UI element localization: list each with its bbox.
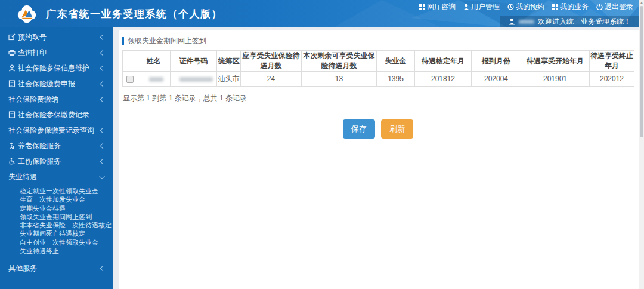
save-button[interactable]: 保存 (343, 119, 375, 139)
submenu-item-self-employment[interactable]: 自主创业一次性领取失业金 (20, 238, 113, 247)
main-panel: 领取失业金期间网上签到 姓名 证件号码 统筹区 应享受失业保险待遇月数 本次剩余… (119, 30, 639, 289)
end-month-cell: 202012 (590, 72, 634, 87)
action-buttons: 保存 刷新 (122, 119, 634, 139)
unemployment-submenu: 稳定就业一次性领取失业金 生育一次性加发失业金 定期失业金待遇 领取失业金期间网… (0, 185, 113, 257)
col-benefit-amount: 失业金 (377, 51, 415, 72)
sidebar-item-label: 预约取号 (18, 32, 47, 42)
sidebar-item-label: 查询打印 (18, 48, 47, 58)
sidebar-item-payment-records-query[interactable]: 社会保险参保缴费记录查询 (0, 122, 113, 138)
id-number-cell (171, 72, 217, 87)
nav-my-appointments[interactable]: 我的预约 (507, 2, 544, 12)
nav-label: 用户管理 (471, 2, 500, 12)
app-title: 广东省统一业务受理系统（个人版） (46, 7, 222, 21)
sidebar-item-injury-service[interactable]: 工伤保险服务 (0, 153, 113, 169)
power-icon (596, 4, 603, 10)
checkbox-cell (123, 72, 137, 87)
col-end-month: 待遇享受终止年月 (590, 51, 634, 72)
col-id-number: 证件号码 (171, 51, 217, 72)
sidebar-item-label: 其他服务 (8, 263, 37, 273)
sidebar-item-appointment-number[interactable]: 预约取号 (0, 29, 113, 45)
chevron-left-icon (100, 65, 106, 71)
submenu-item-stable-employment[interactable]: 稳定就业一次性领取失业金 (20, 187, 113, 195)
section-divider (119, 147, 639, 147)
record-icon (8, 111, 16, 118)
redacted-username (519, 20, 534, 24)
name-cell (137, 72, 171, 87)
chevron-left-icon (100, 34, 106, 40)
sidebar-item-other-services[interactable]: 其他服务 (0, 260, 113, 276)
submenu-item-online-checkin[interactable]: 领取失业金期间网上签到 (20, 213, 113, 221)
table-row[interactable]: 汕头市 24 13 1395 201812 202004 201901 2020… (123, 72, 634, 87)
col-start-month: 待遇享受开始年月 (521, 51, 590, 72)
col-checkbox (123, 51, 137, 72)
redacted-name (149, 77, 163, 82)
nav-user-management[interactable]: 用户管理 (463, 2, 500, 12)
sidebar-item-pension-service[interactable]: 养老保险服务 (0, 138, 113, 153)
refresh-button[interactable]: 刷新 (381, 119, 413, 139)
sidebar-item-insurance-info-maintain[interactable]: 社会保险参保信息维护 (0, 60, 113, 76)
submenu-item-regular-benefit[interactable]: 定期失业金待遇 (20, 204, 113, 213)
col-approval-month: 待遇核定年月 (415, 51, 472, 72)
col-remaining-months: 本次剩余可享受失业保险待遇月数 (302, 51, 377, 72)
sidebar-item-label: 社会保险参保信息维护 (18, 63, 89, 73)
sidebar-item-label: 养老保险服务 (18, 141, 61, 151)
person-icon (8, 64, 16, 72)
user-icon (463, 4, 469, 10)
sidebar-item-label: 社会保险缴费申报 (18, 79, 75, 89)
nav-label: 我的预约 (516, 2, 544, 12)
checkin-table: 姓名 证件号码 统筹区 应享受失业保险待遇月数 本次剩余可享受失业保险待遇月数 … (122, 50, 634, 87)
report-icon (8, 80, 16, 87)
approval-month-cell: 201812 (415, 72, 472, 87)
submenu-item-maternity-extra[interactable]: 生育一次性加发失业金 (20, 195, 113, 204)
sidebar-item-payment-declare[interactable]: 社会保险缴费申报 (0, 76, 113, 91)
chevron-left-icon (100, 81, 106, 87)
col-entitled-months: 应享受失业保险待遇月数 (241, 51, 302, 72)
edit-icon (8, 33, 16, 41)
pagination-summary: 显示第 1 到第 1 条记录，总共 1 条记录 (123, 93, 639, 103)
scrollbar-thumb[interactable] (640, 6, 643, 137)
sidebar: 预约取号 查询打印 社会保险参保信息维护 社会保险缴费申报 社会保险费缴纳 社会… (0, 27, 113, 289)
nav-logout[interactable]: 退出登录 (596, 2, 633, 12)
chevron-left-icon (100, 158, 106, 164)
welcome-text: 欢迎进入统一业务受理系统！ (538, 17, 631, 27)
report-month-cell: 202004 (472, 72, 521, 87)
col-name: 姓名 (137, 51, 171, 72)
printer-icon (8, 49, 16, 56)
sidebar-item-unemployment-benefits[interactable]: 失业待遇 (0, 169, 113, 185)
sidebar-item-payment-records[interactable]: 社会保险参保缴费记录 (0, 107, 113, 122)
nav-label: 网厅咨询 (427, 2, 456, 12)
sidebar-item-fee-payment[interactable]: 社会保险费缴纳 (0, 91, 113, 107)
sidebar-item-label: 社会保险参保缴费记录 (18, 110, 89, 120)
submenu-item-benefit-termination[interactable]: 失业待遇终止 (20, 247, 113, 255)
chevron-left-icon (100, 127, 106, 133)
brand: 广东省统一业务受理系统（个人版） (16, 2, 222, 26)
nav-label: 我的业务 (560, 2, 589, 12)
remaining-months-cell: 13 (302, 72, 377, 87)
col-region: 统筹区 (217, 51, 241, 72)
nav-my-business[interactable]: 我的业务 (552, 2, 589, 12)
submenu-item-death-benefit[interactable]: 失业期间死亡待遇核定 (20, 229, 113, 238)
history-icon (507, 4, 514, 10)
top-navigation: 网厅咨询 用户管理 我的预约 我的业务 退出登录 (419, 2, 633, 12)
chevron-left-icon (100, 96, 106, 102)
benefit-amount-cell: 1395 (377, 72, 415, 87)
sidebar-item-label: 失业待遇 (8, 172, 37, 182)
col-report-month: 报到月份 (472, 51, 521, 72)
page-title: 领取失业金期间网上签到 (122, 33, 639, 48)
user-icon (509, 18, 515, 25)
row-checkbox[interactable] (126, 76, 134, 83)
elder-icon (8, 142, 16, 149)
app-header: 广东省统一业务受理系统（个人版） 网厅咨询 用户管理 我的预约 我的业务 退出登… (0, 0, 644, 27)
sidebar-item-label: 社会保险费缴纳 (8, 94, 58, 104)
entitled-months-cell: 24 (241, 72, 302, 87)
scroll-up-arrow-icon[interactable]: ▲ (639, 0, 644, 5)
app-logo-icon (16, 2, 38, 25)
nav-hall-consult[interactable]: 网厅咨询 (419, 2, 456, 12)
scrollbar[interactable]: ▲ (639, 0, 644, 289)
sidebar-item-query-print[interactable]: 查询打印 (0, 45, 113, 60)
chevron-left-icon (100, 265, 106, 271)
wheelchair-icon (8, 158, 16, 165)
chevron-left-icon (100, 143, 106, 149)
submenu-item-non-province-verify[interactable]: 非本省失业保险一次性待遇核定 (20, 221, 113, 229)
redacted-id-number (179, 77, 213, 82)
